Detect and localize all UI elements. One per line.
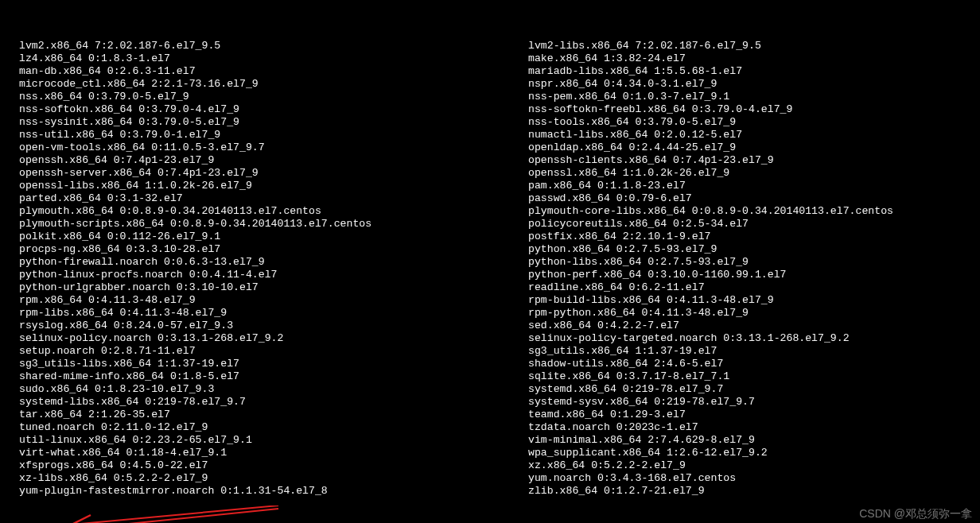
- package-line: mariadb-libs.x86_64 1:5.5.68-1.el7: [515, 65, 961, 78]
- package-line: rpm.x86_64 0:4.11.3-48.el7_9: [6, 294, 515, 307]
- package-line: yum-plugin-fastestmirror.noarch 0:1.1.31…: [6, 485, 515, 498]
- package-line: nss-pem.x86_64 0:1.0.3-7.el7_9.1: [515, 91, 961, 103]
- package-line: pam.x86_64 0:1.1.8-23.el7: [515, 180, 961, 192]
- package-line: xz.x86_64 0:5.2.2-2.el7_9: [515, 459, 961, 472]
- package-line: vim-minimal.x86_64 2:7.4.629-8.el7_9: [515, 434, 961, 447]
- package-line: nss-softokn-freebl.x86_64 0:3.79.0-4.el7…: [515, 103, 961, 116]
- package-line: setup.noarch 0:2.8.71-11.el7: [6, 345, 515, 358]
- package-line: lvm2.x86_64 7:2.02.187-6.el7_9.5: [6, 40, 515, 52]
- package-line: systemd.x86_64 0:219-78.el7_9.7: [515, 383, 961, 396]
- package-line: policycoreutils.x86_64 0:2.5-34.el7: [515, 218, 961, 231]
- package-line: open-vm-tools.x86_64 0:11.0.5-3.el7_9.7: [6, 141, 515, 154]
- package-line: yum.noarch 0:3.4.3-168.el7.centos: [515, 472, 961, 485]
- package-line: plymouth-core-libs.x86_64 0:0.8.9-0.34.2…: [515, 205, 961, 218]
- package-line: python.x86_64 0:2.7.5-93.el7_9: [515, 243, 961, 256]
- package-line: numactl-libs.x86_64 0:2.0.12-5.el7: [515, 129, 961, 141]
- package-line: shared-mime-info.x86_64 0:1.8-5.el7: [6, 370, 515, 383]
- package-line: parted.x86_64 0:3.1-32.el7: [6, 192, 515, 205]
- package-line: lz4.x86_64 0:1.8.3-1.el7: [6, 52, 515, 65]
- package-line: postfix.x86_64 2:2.10.1-9.el7: [515, 231, 961, 243]
- package-line: python-linux-procfs.noarch 0:0.4.11-4.el…: [6, 269, 515, 281]
- package-line: make.x86_64 1:3.82-24.el7: [515, 52, 961, 65]
- package-line: selinux-policy.noarch 0:3.13.1-268.el7_9…: [6, 332, 515, 345]
- package-line: openssh.x86_64 0:7.4p1-23.el7_9: [6, 154, 515, 167]
- package-line: wpa_supplicant.x86_64 1:2.6-12.el7_9.2: [515, 447, 961, 459]
- package-line: python-urlgrabber.noarch 0:3.10-10.el7: [6, 281, 515, 294]
- package-line: systemd-sysv.x86_64 0:219-78.el7_9.7: [515, 396, 961, 409]
- package-line: openssh-server.x86_64 0:7.4p1-23.el7_9: [6, 167, 515, 180]
- package-line: openssh-clients.x86_64 0:7.4p1-23.el7_9: [515, 154, 961, 167]
- package-line: man-db.x86_64 0:2.6.3-11.el7: [6, 65, 515, 78]
- package-line: tuned.noarch 0:2.11.0-12.el7_9: [6, 421, 515, 434]
- package-line: passwd.x86_64 0:0.79-6.el7: [515, 192, 961, 205]
- package-line: tzdata.noarch 0:2023c-1.el7: [515, 421, 961, 434]
- package-line: microcode_ctl.x86_64 2:2.1-73.16.el7_9: [6, 78, 515, 91]
- package-line: nss-util.x86_64 0:3.79.0-1.el7_9: [6, 129, 515, 141]
- package-line: tar.x86_64 2:1.26-35.el7: [6, 409, 515, 421]
- package-line: openssl.x86_64 1:1.0.2k-26.el7_9: [515, 167, 961, 180]
- package-line: lvm2-libs.x86_64 7:2.02.187-6.el7_9.5: [515, 40, 961, 52]
- watermark-text: CSDN @邓总须弥一拿: [859, 507, 972, 520]
- package-line: nss-softokn.x86_64 0:3.79.0-4.el7_9: [6, 103, 515, 116]
- package-line: nss-tools.x86_64 0:3.79.0-5.el7_9: [515, 116, 961, 129]
- package-line: nss.x86_64 0:3.79.0-5.el7_9: [6, 91, 515, 103]
- package-line: sudo.x86_64 0:1.8.23-10.el7_9.3: [6, 383, 515, 396]
- package-line: virt-what.x86_64 0:1.18-4.el7_9.1: [6, 447, 515, 459]
- package-line: xfsprogs.x86_64 0:4.5.0-22.el7: [6, 459, 515, 472]
- package-line: systemd-libs.x86_64 0:219-78.el7_9.7: [6, 396, 515, 409]
- package-line: sg3_utils-libs.x86_64 1:1.37-19.el7: [6, 358, 515, 370]
- terminal-output: lvm2.x86_64 7:2.02.187-6.el7_9.5lz4.x86_…: [0, 0, 980, 523]
- package-line: python-libs.x86_64 0:2.7.5-93.el7_9: [515, 256, 961, 269]
- package-line: util-linux.x86_64 0:2.23.2-65.el7_9.1: [6, 434, 515, 447]
- package-line: nss-sysinit.x86_64 0:3.79.0-5.el7_9: [6, 116, 515, 129]
- package-line: plymouth.x86_64 0:0.8.9-0.34.20140113.el…: [6, 205, 515, 218]
- package-column-left: lvm2.x86_64 7:2.02.187-6.el7_9.5lz4.x86_…: [6, 40, 515, 498]
- package-line: openssl-libs.x86_64 1:1.0.2k-26.el7_9: [6, 180, 515, 192]
- package-line: polkit.x86_64 0:0.112-26.el7_9.1: [6, 231, 515, 243]
- package-line: shadow-utils.x86_64 2:4.6-5.el7: [515, 358, 961, 370]
- package-line: readline.x86_64 0:6.2-11.el7: [515, 281, 961, 294]
- package-line: zlib.x86_64 0:1.2.7-21.el7_9: [515, 485, 961, 498]
- package-line: python-perf.x86_64 0:3.10.0-1160.99.1.el…: [515, 269, 961, 281]
- package-line: rpm-build-libs.x86_64 0:4.11.3-48.el7_9: [515, 294, 961, 307]
- package-column-right: lvm2-libs.x86_64 7:2.02.187-6.el7_9.5mak…: [515, 40, 961, 498]
- package-line: xz-libs.x86_64 0:5.2.2-2.el7_9: [6, 472, 515, 485]
- package-line: teamd.x86_64 0:1.29-3.el7: [515, 409, 961, 421]
- package-line: procps-ng.x86_64 0:3.3.10-28.el7: [6, 243, 515, 256]
- package-line: rpm-libs.x86_64 0:4.11.3-48.el7_9: [6, 307, 515, 320]
- package-line: plymouth-scripts.x86_64 0:0.8.9-0.34.201…: [6, 218, 515, 231]
- updated-packages: lvm2.x86_64 7:2.02.187-6.el7_9.5lz4.x86_…: [6, 40, 978, 498]
- package-line: selinux-policy-targeted.noarch 0:3.13.1-…: [515, 332, 961, 345]
- package-line: rsyslog.x86_64 0:8.24.0-57.el7_9.3: [6, 320, 515, 332]
- package-line: sed.x86_64 0:4.2.2-7.el7: [515, 320, 961, 332]
- package-line: sqlite.x86_64 0:3.7.17-8.el7_7.1: [515, 370, 961, 383]
- package-line: rpm-python.x86_64 0:4.11.3-48.el7_9: [515, 307, 961, 320]
- package-line: nspr.x86_64 0:4.34.0-3.1.el7_9: [515, 78, 961, 91]
- package-line: python-firewall.noarch 0:0.6.3-13.el7_9: [6, 256, 515, 269]
- package-line: openldap.x86_64 0:2.4.44-25.el7_9: [515, 141, 961, 154]
- package-line: sg3_utils.x86_64 1:1.37-19.el7: [515, 345, 961, 358]
